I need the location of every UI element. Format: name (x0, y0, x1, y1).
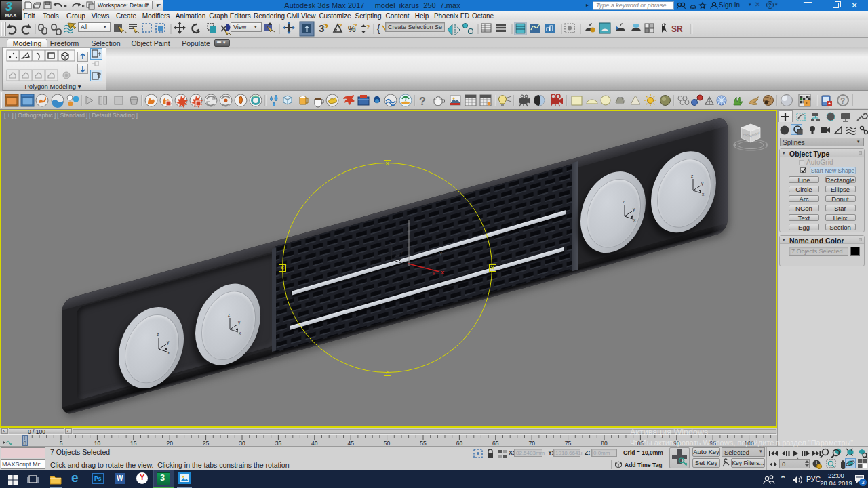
svg-text:?: ? (353, 22, 357, 29)
svg-text:y: y (701, 181, 704, 186)
svg-text:y: y (439, 250, 442, 256)
svg-text:X: X (441, 270, 445, 276)
svg-text:x: x (167, 350, 170, 355)
svg-text:x: x (239, 331, 241, 336)
svg-text:x: x (702, 192, 705, 197)
svg-text:z: z (623, 199, 625, 204)
svg-text:y: y (633, 207, 635, 212)
svg-text:?: ? (366, 24, 370, 30)
svg-text:z: z (691, 174, 693, 178)
svg-text:y: y (401, 249, 403, 255)
svg-text:x: x (433, 271, 435, 276)
svg-text:z: z (228, 312, 230, 317)
svg-text:z: z (389, 241, 391, 245)
svg-text:x: x (633, 218, 636, 222)
svg-text:z: z (157, 332, 159, 337)
svg-text:?: ? (338, 22, 342, 29)
svg-text:{: { (377, 23, 380, 34)
svg-text:y: y (167, 340, 170, 345)
svg-text:?: ? (419, 96, 426, 107)
svg-text:SR: SR (671, 24, 683, 34)
svg-text:?: ? (323, 22, 328, 29)
svg-text:?: ? (840, 96, 845, 106)
svg-text:y: y (238, 320, 241, 325)
